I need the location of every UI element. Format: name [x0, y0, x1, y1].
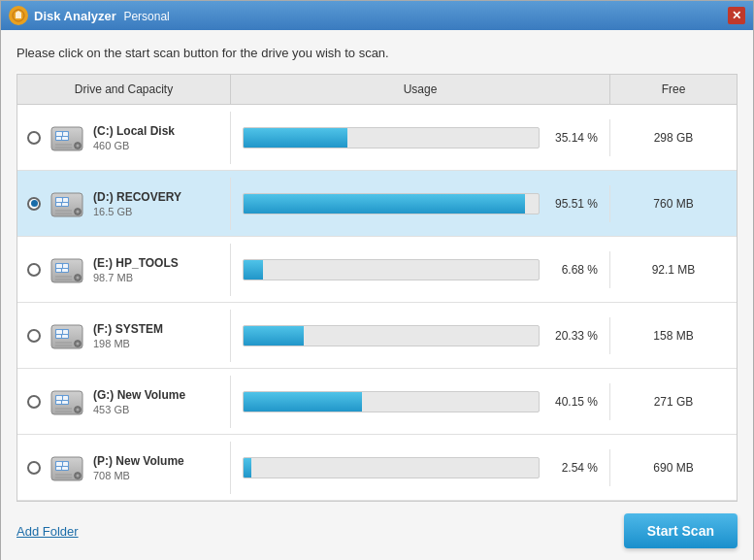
progress-fill-F [244, 326, 304, 346]
progress-fill-P [244, 458, 251, 478]
hdd-icon-P [49, 449, 85, 486]
drive-cell-F: (F:) SYSTEM 198 MB [17, 310, 231, 362]
radio-btn-C[interactable] [27, 131, 41, 145]
progress-bar-F [243, 325, 540, 346]
drive-size-D: 16.5 GB [93, 206, 181, 217]
svg-rect-14 [63, 198, 68, 202]
radio-btn-P[interactable] [27, 461, 41, 475]
svg-rect-45 [56, 401, 61, 404]
drive-info-E: (E:) HP_TOOLS 98.7 MB [93, 256, 179, 283]
table-row[interactable]: (C:) Local Disk 460 GB 35.14 % 298 GB [17, 105, 737, 171]
drive-cell-D: (D:) RECOVERY 16.5 GB [17, 178, 231, 230]
close-button[interactable]: ✕ [728, 7, 745, 24]
hdd-icon-D [49, 185, 85, 222]
drive-size-F: 198 MB [93, 338, 163, 349]
col-drive: Drive and Capacity [17, 75, 231, 104]
main-window: Disk Analyzer Personal ✕ Please click on… [0, 0, 754, 560]
table-row[interactable]: (D:) RECOVERY 16.5 GB 95.51 % 760 MB [17, 171, 737, 237]
hdd-icon-C [49, 119, 85, 156]
drive-name-C: (C:) Local Disk [93, 124, 175, 138]
drive-size-G: 453 GB [93, 404, 185, 415]
drive-name-E: (E:) HP_TOOLS [93, 256, 179, 270]
drive-size-E: 98.7 MB [93, 272, 179, 283]
progress-fill-G [244, 392, 362, 412]
svg-rect-44 [63, 396, 68, 400]
drive-size-P: 708 MB [93, 470, 184, 481]
free-cell-P: 690 MB [610, 453, 737, 482]
svg-rect-54 [63, 462, 68, 466]
progress-bar-E [243, 259, 540, 280]
svg-rect-5 [56, 137, 61, 140]
progress-fill-D [244, 194, 525, 214]
svg-rect-13 [56, 198, 62, 202]
usage-cell-G: 40.15 % [231, 383, 610, 420]
main-content: Please click on the start scan button fo… [1, 30, 753, 560]
usage-label-F: 20.33 % [547, 329, 598, 343]
progress-bar-D [243, 193, 540, 214]
usage-label-E: 6.68 % [547, 263, 598, 277]
svg-rect-16 [62, 203, 68, 206]
svg-rect-53 [56, 462, 62, 466]
free-cell-E: 92.1 MB [610, 255, 737, 284]
svg-rect-26 [62, 269, 68, 272]
svg-rect-25 [56, 269, 61, 272]
svg-rect-6 [62, 137, 68, 140]
progress-bar-P [243, 457, 540, 478]
drives-table: Drive and Capacity Usage Free [16, 74, 738, 502]
svg-rect-55 [56, 467, 61, 470]
radio-btn-G[interactable] [27, 395, 41, 409]
hdd-icon-G [49, 383, 85, 420]
titlebar-title: Disk Analyzer Personal [34, 9, 728, 23]
hdd-icon-F [49, 317, 85, 354]
table-body: (C:) Local Disk 460 GB 35.14 % 298 GB [17, 105, 737, 501]
svg-rect-15 [56, 203, 61, 206]
usage-cell-F: 20.33 % [231, 317, 610, 354]
usage-cell-E: 6.68 % [231, 251, 610, 288]
drive-name-P: (P:) New Volume [93, 454, 184, 468]
svg-rect-23 [56, 264, 62, 268]
add-folder-link[interactable]: Add Folder [16, 524, 79, 539]
drive-info-D: (D:) RECOVERY 16.5 GB [93, 190, 181, 217]
usage-cell-C: 35.14 % [231, 119, 610, 156]
drive-info-C: (C:) Local Disk 460 GB [93, 124, 175, 151]
progress-bar-C [243, 127, 540, 148]
free-cell-C: 298 GB [610, 123, 737, 152]
app-logo [9, 6, 28, 25]
progress-fill-E [244, 260, 263, 280]
drive-info-G: (G:) New Volume 453 GB [93, 388, 185, 415]
table-row[interactable]: (E:) HP_TOOLS 98.7 MB 6.68 % 92.1 MB [17, 237, 737, 303]
svg-point-30 [77, 276, 80, 279]
usage-label-C: 35.14 % [547, 131, 598, 145]
drive-cell-G: (G:) New Volume 453 GB [17, 376, 231, 428]
free-cell-D: 760 MB [610, 189, 737, 218]
svg-point-60 [77, 474, 80, 477]
usage-label-P: 2.54 % [547, 461, 598, 475]
table-row[interactable]: (G:) New Volume 453 GB 40.15 % 271 GB [17, 369, 737, 435]
svg-point-20 [77, 210, 80, 213]
col-free: Free [610, 75, 737, 104]
radio-btn-D[interactable] [27, 197, 41, 211]
drive-size-C: 460 GB [93, 140, 175, 151]
radio-btn-E[interactable] [27, 263, 41, 277]
svg-point-10 [77, 144, 80, 147]
drive-name-G: (G:) New Volume [93, 388, 185, 402]
progress-fill-C [244, 128, 347, 148]
svg-point-50 [77, 408, 80, 411]
radio-btn-F[interactable] [27, 329, 41, 343]
titlebar: Disk Analyzer Personal ✕ [1, 1, 753, 30]
usage-cell-D: 95.51 % [231, 185, 610, 222]
table-row[interactable]: (F:) SYSTEM 198 MB 20.33 % 158 MB [17, 303, 737, 369]
svg-rect-3 [56, 132, 62, 136]
svg-rect-4 [63, 132, 68, 136]
progress-bar-G [243, 391, 540, 412]
free-cell-G: 271 GB [610, 387, 737, 416]
svg-rect-43 [56, 396, 62, 400]
start-scan-button[interactable]: Start Scan [624, 513, 738, 548]
svg-rect-24 [63, 264, 68, 268]
table-row[interactable]: (P:) New Volume 708 MB 2.54 % 690 MB [17, 435, 737, 501]
drive-cell-C: (C:) Local Disk 460 GB [17, 112, 231, 164]
svg-rect-36 [62, 335, 68, 338]
drive-cell-E: (E:) HP_TOOLS 98.7 MB [17, 244, 231, 296]
usage-label-G: 40.15 % [547, 395, 598, 409]
svg-rect-46 [62, 401, 68, 404]
